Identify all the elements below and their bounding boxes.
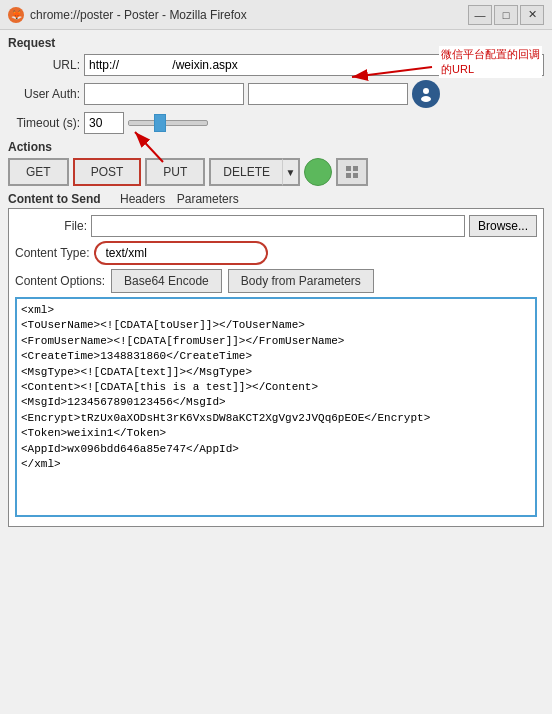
window-title: chrome://poster - Poster - Mozilla Firef… — [30, 8, 247, 22]
svg-rect-7 — [353, 173, 358, 178]
file-label: File: — [15, 219, 87, 233]
tab-parameters[interactable]: Parameters — [177, 192, 239, 206]
extra-button[interactable] — [336, 158, 368, 186]
content-options-row: Content Options: Base64 Encode Body from… — [15, 269, 537, 293]
content-type-label: Content Type: — [15, 246, 90, 260]
url-row-container: URL: 微信平台配置的回调的URL — [8, 54, 544, 76]
content-section: File: Browse... Content Type: Content Op… — [8, 208, 544, 527]
file-row: File: Browse... — [15, 215, 537, 237]
url-input[interactable] — [84, 54, 544, 76]
timeout-label: Timeout (s): — [8, 116, 80, 130]
url-label: URL: — [8, 58, 80, 72]
content-type-row: Content Type: — [15, 241, 537, 265]
status-green-circle — [304, 158, 332, 186]
request-section-label: Request — [8, 36, 544, 50]
minimize-button[interactable]: — — [468, 5, 492, 25]
user-auth-input2[interactable] — [248, 83, 408, 105]
content-section-outer-label: Content to Send Headers Parameters — [8, 192, 544, 206]
get-button[interactable]: GET — [8, 158, 69, 186]
delete-dropdown-arrow[interactable]: ▼ — [282, 158, 300, 186]
file-input[interactable] — [91, 215, 465, 237]
svg-point-3 — [421, 96, 431, 102]
base64-encode-button[interactable]: Base64 Encode — [111, 269, 222, 293]
actions-section: Actions GET POST PUT DELETE ▼ — [8, 140, 544, 186]
browse-button[interactable]: Browse... — [469, 215, 537, 237]
body-from-params-button[interactable]: Body from Parameters — [228, 269, 374, 293]
svg-rect-4 — [346, 166, 351, 171]
user-auth-row: User Auth: — [8, 80, 544, 108]
main-content: Request URL: 微信平台配置的回调的URL User Auth: — [0, 30, 552, 537]
window-controls: — □ ✕ — [468, 5, 544, 25]
tab-headers[interactable]: Headers — [120, 192, 165, 206]
url-row: URL: — [8, 54, 544, 76]
xml-body-textarea[interactable]: <xml> <ToUserName><![CDATA[toUser]]></To… — [15, 297, 537, 517]
svg-point-2 — [423, 88, 429, 94]
actions-label: Actions — [8, 140, 544, 154]
timeout-row: Timeout (s): — [8, 112, 544, 134]
actions-buttons: GET POST PUT DELETE ▼ — [8, 158, 544, 186]
title-bar: 🦊 chrome://poster - Poster - Mozilla Fir… — [0, 0, 552, 30]
firefox-icon: 🦊 — [8, 7, 24, 23]
title-bar-left: 🦊 chrome://poster - Poster - Mozilla Fir… — [8, 7, 247, 23]
svg-line-9 — [135, 132, 163, 162]
close-button[interactable]: ✕ — [520, 5, 544, 25]
content-type-input[interactable] — [94, 241, 268, 265]
user-auth-label: User Auth: — [8, 87, 80, 101]
maximize-button[interactable]: □ — [494, 5, 518, 25]
post-arrow-svg — [103, 124, 223, 164]
svg-rect-5 — [353, 166, 358, 171]
svg-rect-6 — [346, 173, 351, 178]
extra-icon — [344, 164, 360, 180]
content-options-label: Content Options: — [15, 274, 105, 288]
user-auth-input1[interactable] — [84, 83, 244, 105]
user-avatar-icon[interactable] — [412, 80, 440, 108]
